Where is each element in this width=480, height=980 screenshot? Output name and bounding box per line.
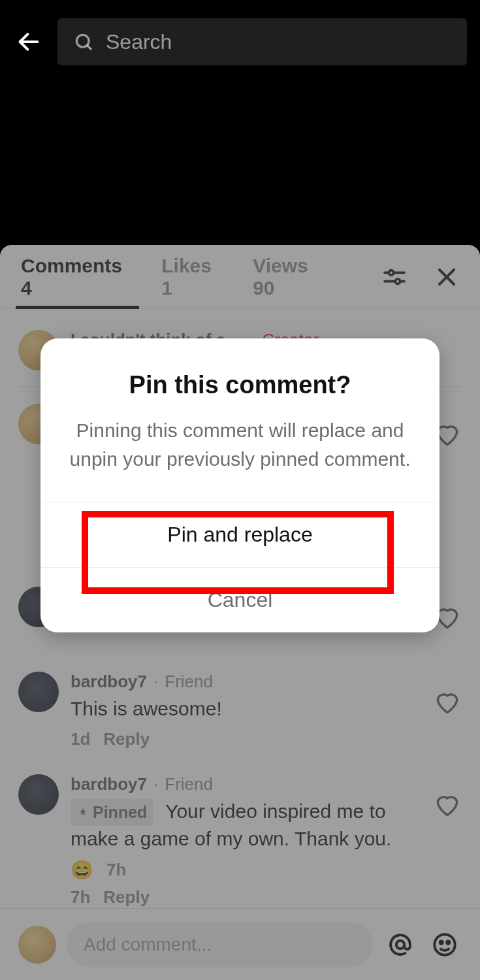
pin-dialog: Pin this comment? Pinning this comment w… — [40, 338, 440, 632]
cancel-button[interactable]: Cancel — [40, 567, 440, 632]
search-placeholder: Search — [106, 30, 172, 54]
svg-line-2 — [87, 45, 91, 50]
arrow-left-icon — [16, 29, 42, 55]
back-button[interactable] — [13, 26, 44, 57]
search-input[interactable]: Search — [57, 18, 467, 65]
pin-and-replace-button[interactable]: Pin and replace — [40, 502, 440, 567]
top-bar: Search — [0, 0, 480, 78]
dialog-description: Pinning this comment will replace and un… — [68, 416, 412, 473]
search-icon — [73, 31, 94, 52]
dialog-title: Pin this comment? — [68, 371, 412, 399]
svg-point-1 — [76, 35, 89, 47]
